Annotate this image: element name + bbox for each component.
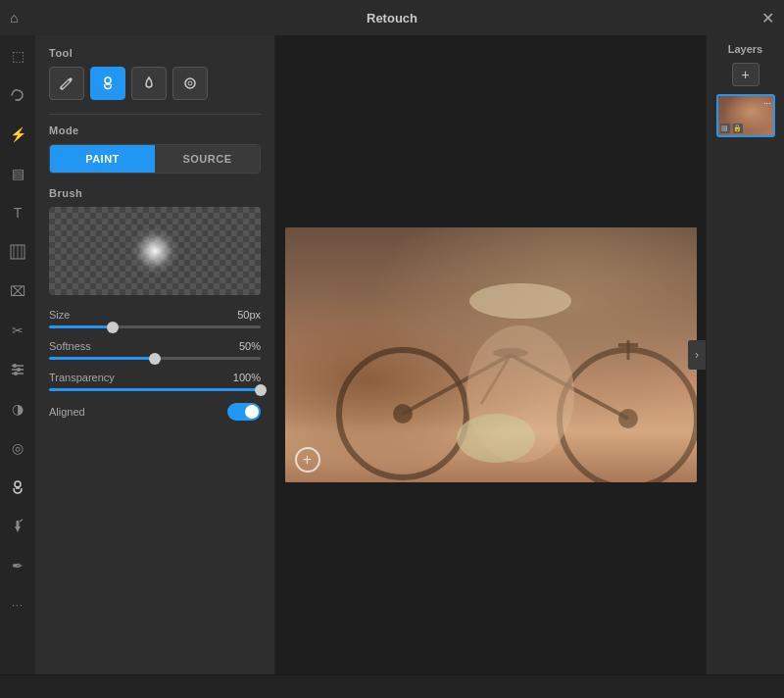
- transparency-label: Transparency: [49, 372, 115, 383]
- more-options-icon[interactable]: ···: [5, 592, 30, 618]
- mode-row: PAINT SOURCE: [49, 144, 261, 174]
- tool-label: Tool: [49, 47, 261, 59]
- close-button[interactable]: ✕: [761, 9, 774, 27]
- layers-icon[interactable]: ▤: [5, 161, 30, 186]
- stamp-icon[interactable]: [5, 474, 30, 500]
- layers-panel: Layers + ··· ▤ 🔒: [706, 35, 784, 674]
- main-image: [285, 227, 697, 482]
- aligned-label: Aligned: [49, 406, 85, 418]
- svg-point-9: [14, 372, 18, 375]
- lasso-icon[interactable]: [5, 82, 30, 108]
- selection-icon[interactable]: ⬚: [5, 43, 30, 69]
- text-icon[interactable]: T: [5, 200, 30, 225]
- icon-sidebar: ⬚ ⚡ ▤ T ⌧ ✂: [0, 35, 35, 674]
- main-layout: ⬚ ⚡ ▤ T ⌧ ✂: [0, 35, 784, 674]
- circle-tool-button[interactable]: [172, 67, 208, 100]
- size-track[interactable]: [49, 325, 261, 328]
- layer-icons-row: ▤ 🔒: [720, 124, 743, 133]
- scissors-icon[interactable]: ✂: [5, 318, 30, 343]
- svg-point-7: [13, 364, 17, 368]
- softness-slider-row: Softness 50%: [49, 340, 261, 360]
- softness-header: Softness 50%: [49, 340, 261, 352]
- softness-label: Softness: [49, 340, 91, 352]
- mode-label: Mode: [49, 125, 261, 136]
- layers-title: Layers: [728, 43, 762, 55]
- layer-image-icon: ▤: [720, 124, 730, 133]
- lightning-icon[interactable]: ⚡: [5, 122, 30, 147]
- layers-add-button[interactable]: +: [732, 63, 760, 86]
- circle-half-icon[interactable]: ◑: [5, 396, 30, 422]
- size-thumb[interactable]: [107, 322, 119, 333]
- image-container: +: [285, 227, 697, 482]
- layer-lock-icon: 🔒: [733, 124, 743, 133]
- size-label: Size: [49, 309, 70, 321]
- size-value: 50px: [237, 309, 261, 321]
- softness-thumb[interactable]: [149, 353, 161, 365]
- transparency-track[interactable]: [49, 388, 261, 391]
- svg-point-31: [457, 414, 535, 463]
- pen-icon[interactable]: ✒: [5, 553, 30, 578]
- home-button[interactable]: ⌂: [10, 10, 18, 25]
- brush-label: Brush: [49, 187, 261, 199]
- aligned-toggle[interactable]: [227, 403, 261, 421]
- svg-point-18: [188, 81, 192, 85]
- dropper-icon[interactable]: [5, 514, 30, 539]
- pencil-tool-button[interactable]: [49, 67, 84, 100]
- softness-track[interactable]: [49, 357, 261, 360]
- brush-preview: [49, 207, 261, 295]
- softness-fill: [49, 357, 155, 360]
- drop-tool-button[interactable]: [131, 67, 167, 100]
- add-button[interactable]: +: [295, 447, 320, 473]
- toggle-knob: [245, 405, 259, 419]
- transparency-thumb[interactable]: [255, 384, 267, 396]
- canvas-area[interactable]: + ›: [275, 35, 706, 674]
- tool-row: [49, 67, 261, 100]
- tool-panel: Tool: [35, 35, 275, 674]
- transparency-header: Transparency 100%: [49, 372, 261, 383]
- svg-point-8: [17, 368, 21, 372]
- size-slider-row: Size 50px: [49, 309, 261, 328]
- source-mode-button[interactable]: SOURCE: [155, 145, 260, 173]
- svg-point-29: [469, 283, 571, 319]
- sliders-icon[interactable]: [5, 357, 30, 382]
- transparency-fill: [49, 388, 261, 391]
- aligned-row: Aligned: [49, 403, 261, 421]
- size-fill: [49, 325, 113, 328]
- bottom-bar: [0, 674, 784, 698]
- paint-mode-button[interactable]: PAINT: [50, 145, 155, 173]
- softness-value: 50%: [239, 340, 261, 352]
- stamp-tool-button[interactable]: [90, 67, 125, 100]
- transparency-slider-row: Transparency 100%: [49, 372, 261, 391]
- svg-rect-12: [17, 521, 20, 527]
- layer-options-button[interactable]: ···: [763, 98, 771, 108]
- hatching-icon[interactable]: [5, 239, 30, 265]
- expand-arrow[interactable]: ›: [688, 340, 706, 370]
- brush-glow: [130, 226, 179, 275]
- window-title: Retouch: [367, 11, 417, 25]
- svg-point-10: [15, 481, 21, 487]
- image-scene-overlay: [285, 227, 697, 482]
- layer-thumbnail[interactable]: ··· ▤ 🔒: [716, 94, 775, 137]
- crop-icon[interactable]: ⌧: [5, 278, 30, 304]
- spiral-icon[interactable]: ◎: [5, 435, 30, 461]
- top-bar: ⌂ Retouch ✕: [0, 0, 784, 35]
- svg-point-17: [185, 78, 195, 88]
- size-header: Size 50px: [49, 309, 261, 321]
- svg-point-15: [105, 77, 111, 83]
- transparency-value: 100%: [233, 372, 261, 383]
- divider-1: [49, 114, 261, 115]
